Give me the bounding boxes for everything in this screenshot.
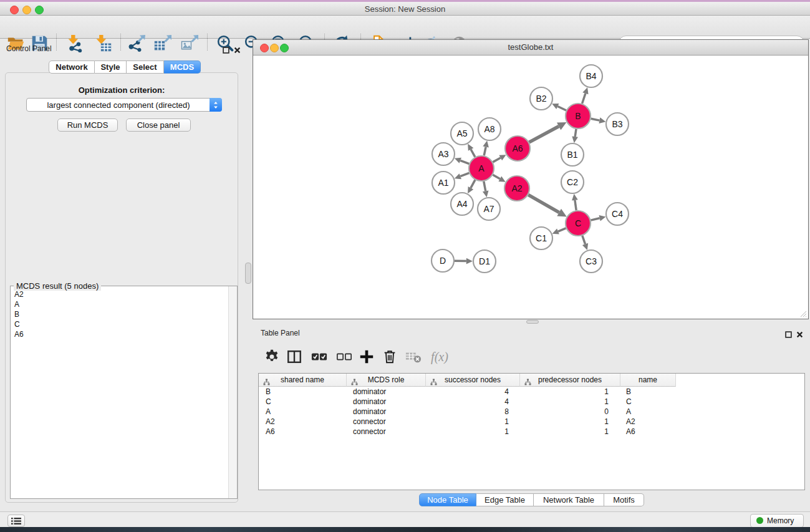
edge-A-A7[interactable] <box>483 181 489 198</box>
graph-node-D1[interactable]: D1 <box>473 250 496 273</box>
network-canvas[interactable]: B4B2BB3A8A5A6A3B1AC2A1A2A4A7C4CC1C3DD1 <box>253 55 808 319</box>
result-item-A2[interactable]: A2 <box>13 289 227 299</box>
table-header-row: shared nameMCDS rolesuccessor nodesprede… <box>259 374 676 387</box>
column-layout-icon[interactable] <box>284 347 305 367</box>
memory-button[interactable]: Memory <box>750 514 804 528</box>
edge-A-A1[interactable] <box>455 173 470 179</box>
edge-A2-C[interactable] <box>528 195 567 216</box>
edge-B-B3[interactable] <box>591 117 606 123</box>
column-header-predecessor-nodes[interactable]: predecessor nodes <box>520 374 620 387</box>
graph-node-C1[interactable]: C1 <box>530 227 552 249</box>
table-row-C[interactable]: Cdominator41C <box>259 397 804 407</box>
graph-node-A2[interactable]: A2 <box>504 176 529 201</box>
tab-network[interactable]: Network <box>49 60 95 74</box>
tab-network-table[interactable]: Network Table <box>534 493 604 506</box>
close-panel-button[interactable]: Close panel <box>126 118 191 132</box>
control-panel-tabs: NetworkStyleSelectMCDS <box>49 60 201 74</box>
tab-motifs[interactable]: Motifs <box>604 493 644 506</box>
graph-node-A8[interactable]: A8 <box>478 118 501 140</box>
cell: A2 <box>618 417 673 427</box>
graph-node-B1[interactable]: B1 <box>561 143 584 166</box>
table-row-A6[interactable]: A6connector11A6 <box>259 427 804 437</box>
column-header-shared-name[interactable]: shared name <box>259 374 347 387</box>
criterion-dropdown[interactable]: largest connected component (directed) <box>26 98 222 112</box>
edge-B-B1[interactable] <box>572 129 578 143</box>
edge-A-A4[interactable] <box>468 180 475 193</box>
tab-mcds[interactable]: MCDS <box>164 60 201 74</box>
cell: 4 <box>425 397 518 407</box>
column-header-successor-nodes[interactable]: successor nodes <box>426 374 520 387</box>
graph-node-A6[interactable]: A6 <box>505 136 530 161</box>
svg-text:A1: A1 <box>438 178 448 188</box>
result-item-A6[interactable]: A6 <box>13 329 227 339</box>
edge-A-A5[interactable] <box>468 144 475 157</box>
edge-A-A3[interactable] <box>455 158 470 164</box>
cell: 4 <box>425 387 518 397</box>
graph-node-A4[interactable]: A4 <box>451 193 473 215</box>
graph-node-B3[interactable]: B3 <box>606 113 629 135</box>
graph-node-C3[interactable]: C3 <box>580 250 602 273</box>
graph-node-A5[interactable]: A5 <box>451 122 473 145</box>
criterion-value: largest connected component (directed) <box>31 100 206 110</box>
graph-node-C[interactable]: C <box>566 211 591 236</box>
table-row-A[interactable]: Adominator80A <box>259 407 804 417</box>
table-float-panel-icon[interactable] <box>785 329 792 336</box>
edge-C-C2[interactable] <box>572 194 578 210</box>
add-entry-icon[interactable] <box>356 347 377 367</box>
graph-node-D[interactable]: D <box>432 249 454 272</box>
function-builder-icon[interactable]: f(x) <box>429 347 450 367</box>
graph-node-C2[interactable]: C2 <box>561 171 584 193</box>
table-close-panel-icon[interactable] <box>796 329 803 336</box>
result-item-B[interactable]: B <box>13 309 227 319</box>
task-history-button[interactable] <box>7 515 25 527</box>
edge-C-C4[interactable] <box>591 215 605 221</box>
column-header-MCDS-role[interactable]: MCDS role <box>347 374 426 387</box>
edge-A6-B[interactable] <box>529 122 567 142</box>
graph-node-A7[interactable]: A7 <box>478 198 500 220</box>
edge-A-A6[interactable] <box>493 155 506 162</box>
svg-text:C1: C1 <box>536 233 547 243</box>
session-title: Session: New Session <box>0 4 810 14</box>
horizontal-splitter-handle[interactable] <box>526 320 539 324</box>
result-item-C[interactable]: C <box>13 319 227 329</box>
edge-C-C1[interactable] <box>552 228 566 235</box>
graph-node-B[interactable]: B <box>566 104 591 128</box>
clear-table-icon[interactable] <box>403 347 424 367</box>
vertical-splitter-handle[interactable] <box>245 263 251 284</box>
edge-D-D1[interactable] <box>455 258 473 264</box>
result-scrollbar[interactable] <box>228 286 237 498</box>
cell: 0 <box>518 407 618 417</box>
tab-edge-table[interactable]: Edge Table <box>476 493 534 506</box>
edge-A-A8[interactable] <box>483 141 489 156</box>
edge-B-B2[interactable] <box>552 104 566 110</box>
delete-entry-icon[interactable] <box>379 347 400 367</box>
edge-A-A2[interactable] <box>493 175 505 181</box>
graph-node-C4[interactable]: C4 <box>606 203 629 225</box>
float-panel-icon[interactable] <box>223 45 229 52</box>
close-panel-icon[interactable] <box>234 45 241 52</box>
result-item-A[interactable]: A <box>13 299 227 309</box>
graph-node-A3[interactable]: A3 <box>432 143 455 165</box>
graph-node-A1[interactable]: A1 <box>432 172 455 194</box>
svg-text:C4: C4 <box>612 209 623 219</box>
resize-grip-icon[interactable] <box>800 311 807 317</box>
graph-node-A[interactable]: A <box>469 156 494 181</box>
sort-hierarchy-icon <box>524 377 531 384</box>
tab-node-table[interactable]: Node Table <box>419 493 476 506</box>
column-header-name[interactable]: name <box>620 374 676 387</box>
tab-select[interactable]: Select <box>127 60 164 74</box>
graph-node-B2[interactable]: B2 <box>530 87 552 110</box>
select-all-icon[interactable] <box>309 347 330 367</box>
deselect-all-icon[interactable] <box>334 347 355 367</box>
edge-B-B4[interactable] <box>582 87 589 104</box>
graph-node-B4[interactable]: B4 <box>580 65 602 87</box>
tab-style[interactable]: Style <box>95 60 127 74</box>
table-settings-icon[interactable] <box>261 347 282 367</box>
run-mcds-button[interactable]: Run MCDS <box>57 118 118 132</box>
table-panel-title: Table Panel <box>261 329 300 337</box>
memory-label: Memory <box>767 516 794 525</box>
table-row-B[interactable]: Bdominator41B <box>259 387 804 397</box>
table-row-A2[interactable]: A2connector11A2 <box>259 417 804 427</box>
mcds-result-box: MCDS result (5 nodes) A2ABCA6 <box>10 286 238 499</box>
edge-C-C3[interactable] <box>582 236 588 250</box>
